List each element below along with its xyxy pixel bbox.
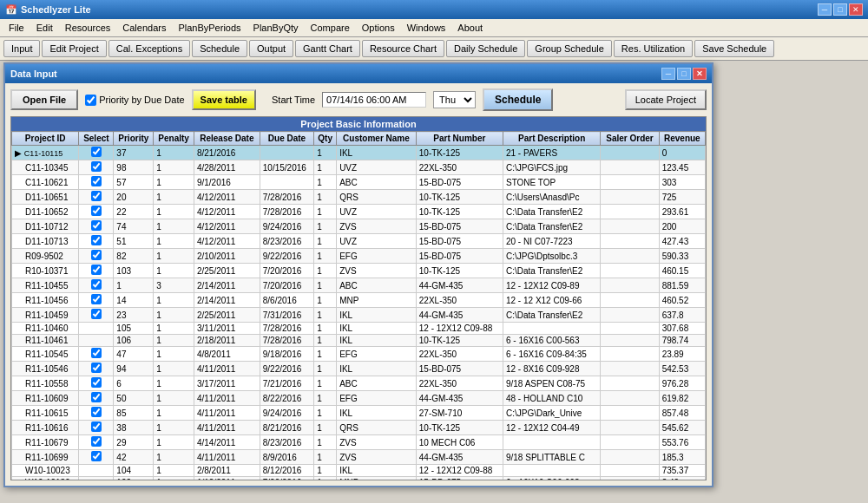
toolbar-cal-exceptions[interactable]: Cal. Exceptions xyxy=(108,40,190,57)
toolbar-gantt-chart[interactable]: Gantt Chart xyxy=(295,40,360,57)
toolbar-schedule[interactable]: Schedule xyxy=(192,40,247,57)
menu-bar: File Edit Resources Calendars PlanByPeri… xyxy=(0,19,868,37)
menu-plan-by-qty[interactable]: PlanByQty xyxy=(248,21,304,35)
menu-windows[interactable]: Windows xyxy=(402,21,451,35)
menu-resources[interactable]: Resources xyxy=(60,21,116,35)
toolbar-daily-schedule[interactable]: Daily Schedule xyxy=(446,40,525,57)
toolbar-edit-project[interactable]: Edit Project xyxy=(42,40,106,57)
toolbar-resource-chart[interactable]: Resource Chart xyxy=(362,40,444,57)
app-title: Schedlyzer Lite xyxy=(21,4,91,15)
menu-file[interactable]: File xyxy=(3,21,30,35)
menu-compare[interactable]: Compare xyxy=(306,21,355,35)
minimize-button[interactable]: ─ xyxy=(818,3,832,16)
toolbar-output[interactable]: Output xyxy=(249,40,293,57)
toolbar: Input Edit Project Cal. Exceptions Sched… xyxy=(0,37,868,61)
maximize-button[interactable]: □ xyxy=(833,3,847,16)
menu-about[interactable]: About xyxy=(452,21,488,35)
menu-plan-by-periods[interactable]: PlanByPeriods xyxy=(173,21,246,35)
toolbar-input[interactable]: Input xyxy=(3,40,40,57)
menu-options[interactable]: Options xyxy=(357,21,400,35)
toolbar-res-utilization[interactable]: Res. Utilization xyxy=(614,40,693,57)
app-icon: 📅 xyxy=(5,4,17,16)
menu-edit[interactable]: Edit xyxy=(31,21,58,35)
close-button[interactable]: ✕ xyxy=(849,3,863,16)
toolbar-save-schedule[interactable]: Save Schedule xyxy=(694,40,774,57)
toolbar-group-schedule[interactable]: Group Schedule xyxy=(527,40,612,57)
menu-calendars[interactable]: Calendars xyxy=(117,21,171,35)
title-bar: 📅 Schedlyzer Lite ─ □ ✕ xyxy=(0,0,868,19)
